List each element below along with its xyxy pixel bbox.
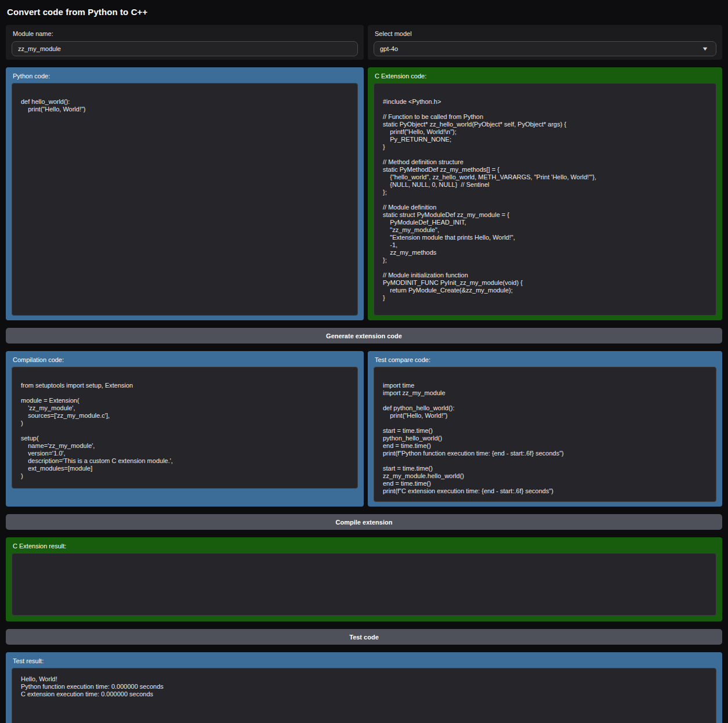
c-extension-code-editor[interactable]: #include <Python.h> // Function to be ca… — [374, 83, 716, 316]
code-row: Python code: def hello_world(): print("H… — [6, 67, 722, 320]
c-extension-code-label: C Extension code: — [375, 73, 716, 79]
c-extension-code-panel: C Extension code: #include <Python.h> //… — [368, 67, 722, 320]
test-result-panel: Test result: Hello, World! Python functi… — [6, 652, 722, 723]
compilation-code-editor[interactable]: from setuptools import setup, Extension … — [12, 367, 358, 489]
test-compare-code-panel: Test compare code: import time import zz… — [368, 351, 722, 507]
test-result-label: Test result: — [13, 657, 716, 664]
generate-extension-code-button[interactable]: Generate extension code — [6, 328, 722, 344]
app-root: Convert code from Python to C++ Module n… — [6, 7, 722, 723]
c-extension-result-output[interactable] — [12, 553, 716, 616]
chevron-down-icon: ▼ — [701, 46, 708, 52]
python-code-editor[interactable]: def hello_world(): print("Hello, World!"… — [12, 83, 358, 316]
test-compare-code-editor[interactable]: import time import zz_my_module def pyth… — [374, 367, 716, 502]
test-result-output[interactable]: Hello, World! Python function execution … — [12, 668, 716, 723]
model-select-group: Select model gpt-4o ▼ — [368, 25, 722, 60]
module-name-input[interactable] — [12, 41, 358, 56]
module-name-label: Module name: — [13, 30, 358, 37]
compilation-code-label: Compilation code: — [13, 356, 358, 363]
compile-extension-button[interactable]: Compile extension — [6, 514, 722, 530]
form-row: Module name: Select model gpt-4o ▼ — [6, 25, 722, 60]
python-code-panel: Python code: def hello_world(): print("H… — [6, 67, 364, 320]
test-compare-code-label: Test compare code: — [375, 356, 716, 363]
c-extension-result-label: C Extension result: — [13, 543, 716, 550]
model-select[interactable]: gpt-4o ▼ — [374, 41, 716, 56]
python-code-label: Python code: — [13, 73, 358, 79]
compile-test-row: Compilation code: from setuptools import… — [6, 351, 722, 507]
test-code-button[interactable]: Test code — [6, 629, 722, 645]
compilation-code-panel: Compilation code: from setuptools import… — [6, 351, 364, 507]
module-name-group: Module name: — [6, 25, 364, 60]
model-selected-value: gpt-4o — [380, 45, 398, 52]
c-extension-result-panel: C Extension result: — [6, 537, 722, 621]
page-title: Convert code from Python to C++ — [7, 7, 722, 17]
model-select-label: Select model — [375, 30, 716, 37]
